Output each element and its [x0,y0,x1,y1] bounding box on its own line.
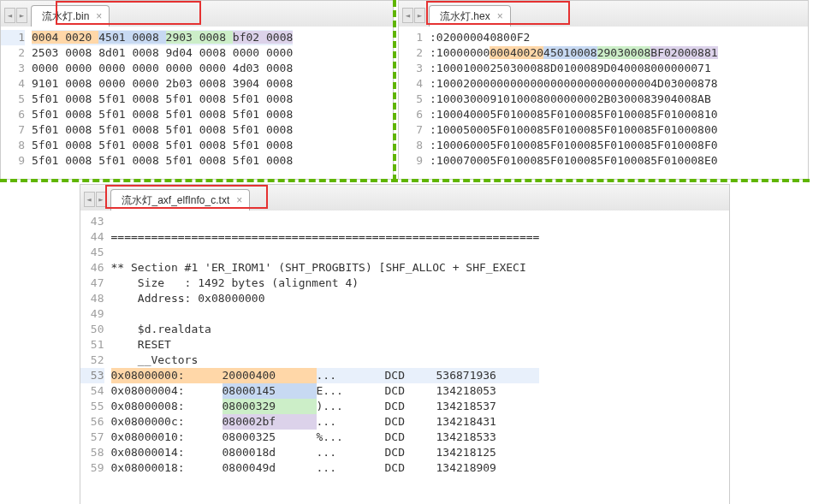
tab-next-icon[interactable]: ► [96,192,107,207]
code-hex: :020000040800F2:100000000004002045010008… [430,27,718,172]
code-line: :10001000250300088D0100089D0400080000000… [430,61,718,76]
code-line: 5f01 0008 5f01 0008 5f01 0008 5f01 0008 [32,92,293,107]
tab-txt[interactable]: 流水灯_axf_elfInfo_c.txt × [110,189,251,210]
code-line: :100040005F0100085F0100085F0100085F01000… [430,107,718,122]
tab-bar-bin: ◄ ► 流水灯.bin × [1,1,393,27]
vector-row: 0x08000000:20000400...DCD536871936 [111,368,540,383]
tab-nav: ◄ ► [4,8,27,23]
code-line: RESET [111,337,540,353]
code-line: 9101 0008 0000 0000 2b03 0008 3904 0008 [32,76,293,92]
code-line: ** Section #1 'ER_IROM1' (SHT_PROGBITS) … [111,260,540,276]
code-line: :100070005F0100085F0100085F0100085F01000… [430,153,718,169]
vector-row: 0x08000014:0800018d...DCD134218125 [111,445,540,460]
tab-nav: ◄ ► [84,192,107,207]
code-bin: 0004 0020 4501 0008 2903 0008 bf02 00082… [32,27,293,172]
tab-prev-icon[interactable]: ◄ [84,192,95,207]
code-line: :100050005F0100085F0100085F0100085F01000… [430,122,718,138]
tab-label: 流水灯.hex [440,9,490,24]
tab-next-icon[interactable]: ► [16,8,27,23]
code-line: 2503 0008 8d01 0008 9d04 0008 0000 0000 [32,45,293,61]
tab-nav: ◄ ► [402,8,425,23]
vector-row: 0x08000004:08000145E...DCD134218053 [111,383,540,399]
code-line: Address: 0x08000000 [111,291,540,306]
code-txt: ========================================… [111,210,540,479]
vector-row: 0x0800000c:080002bf...DCD134218431 [111,414,540,430]
code-line: :100020000000000000000000000000004D03000… [430,76,718,92]
code-line [111,214,540,229]
code-line: 5f01 0008 5f01 0008 5f01 0008 5f01 0008 [32,122,293,138]
tab-hex[interactable]: 流水灯.hex × [429,5,511,27]
code-line: $d.realdata [111,322,540,337]
tab-next-icon[interactable]: ► [414,8,425,23]
tab-bin[interactable]: 流水灯.bin × [31,5,110,27]
code-line: :020000040800F2 [430,30,718,45]
tab-label: 流水灯.bin [42,9,89,24]
vector-row: 0x08000010:08000325%...DCD134218533 [111,430,540,445]
code-line: 5f01 0008 5f01 0008 5f01 0008 5f01 0008 [32,153,293,169]
gutter-txt: 4344454647484950515253545556575859 [80,210,111,479]
code-line: 5f01 0008 5f01 0008 5f01 0008 5f01 0008 [32,107,293,122]
code-line: ========================================… [111,229,540,245]
gutter-bin: 123456789 [1,27,32,172]
tab-prev-icon[interactable]: ◄ [402,8,413,23]
code-line: __Vectors [111,353,540,368]
code-line: :10000000000400204501000829030008BF02000… [430,45,718,61]
tab-bar-txt: ◄ ► 流水灯_axf_elfInfo_c.txt × [80,185,729,210]
tab-bar-hex: ◄ ► 流水灯.hex × [399,1,808,27]
code-line: 5f01 0008 5f01 0008 5f01 0008 5f01 0008 [32,138,293,153]
close-icon[interactable]: × [96,10,102,22]
vector-row: 0x08000018:0800049d...DCD134218909 [111,460,540,476]
bin-panel: ◄ ► 流水灯.bin × 123456789 0004 0020 4501 0… [0,0,394,180]
hex-panel: ◄ ► 流水灯.hex × 123456789 :020000040800F2:… [398,0,809,180]
vector-row: 0x08000008:08000329)...DCD134218537 [111,399,540,414]
tab-prev-icon[interactable]: ◄ [4,8,15,23]
code-line: Size : 1492 bytes (alignment 4) [111,276,540,291]
code-line: :100060005F0100085F0100085F0100085F01000… [430,138,718,153]
close-icon[interactable]: × [497,10,503,22]
gutter-hex: 123456789 [399,27,430,172]
close-icon[interactable]: × [236,194,242,206]
code-line: 0000 0000 0000 0000 0000 0000 4d03 0008 [32,61,293,76]
txt-panel: ◄ ► 流水灯_axf_elfInfo_c.txt × 434445464748… [80,184,730,504]
code-line: :1000300091010008000000002B0300083904008… [430,92,718,107]
code-line: 0004 0020 4501 0008 2903 0008 bf02 0008 [32,30,293,45]
code-line [111,245,540,260]
code-line [111,306,540,322]
tab-label: 流水灯_axf_elfInfo_c.txt [122,193,230,208]
